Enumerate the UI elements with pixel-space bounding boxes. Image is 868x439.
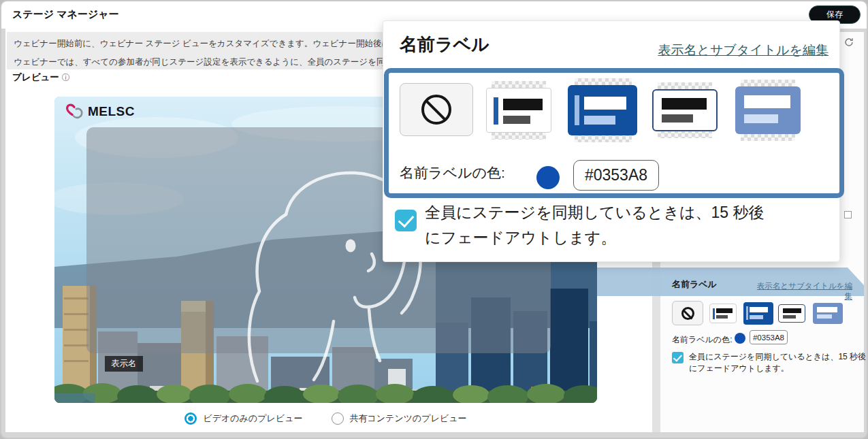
panel-color-swatch[interactable] bbox=[735, 333, 745, 344]
popup-edit-display-name-link[interactable]: 表示名とサブタイトルを編集 bbox=[577, 42, 829, 59]
popup-label-style-light-bar[interactable] bbox=[486, 88, 551, 133]
brand-logo: MELSC bbox=[65, 103, 135, 120]
prohibit-circle-icon bbox=[421, 95, 451, 125]
panel-label-style-translucent[interactable] bbox=[813, 303, 843, 324]
radio-selected-icon[interactable] bbox=[184, 412, 197, 425]
panel-name-label-heading: 名前ラベル bbox=[672, 278, 717, 291]
melsc-heart-icon bbox=[65, 103, 84, 120]
radio-unselected-icon[interactable] bbox=[332, 412, 344, 425]
stage-manager-window: ステージ マネージャー 保存 ウェビナー開始前に、ウェビナー ステージ ビューを… bbox=[0, 0, 868, 439]
panel-sync-text: 全員にステージを同期しているときは、15 秒後 にフェードアウトします。 bbox=[689, 351, 866, 374]
popup-color-label: 名前ラベルの色: bbox=[400, 163, 505, 182]
popup-label-style-blue-bar[interactable] bbox=[568, 85, 637, 135]
popup-label-style-light-plain[interactable] bbox=[652, 89, 718, 131]
preview-section-label: プレビューⓘ bbox=[12, 71, 70, 84]
refresh-icon[interactable] bbox=[843, 37, 854, 50]
panel-edit-display-name-link[interactable]: 表示名とサブタイトルを編集 bbox=[750, 281, 852, 302]
radio-shared-content[interactable]: 共有コンテンツのプレビュー bbox=[332, 412, 467, 425]
panel-label-style-light-bar[interactable] bbox=[709, 304, 737, 323]
info-icon[interactable]: ⓘ bbox=[62, 73, 70, 82]
radio-video-only[interactable]: ビデオのみのプレビュー bbox=[184, 412, 302, 425]
prohibit-circle-icon bbox=[681, 307, 694, 320]
preview-mode-radios: ビデオのみのプレビュー 共有コンテンツのプレビュー bbox=[54, 412, 597, 425]
panel-label-style-light-plain[interactable] bbox=[778, 304, 805, 323]
popup-color-swatch[interactable] bbox=[536, 166, 560, 189]
page-title: ステージ マネージャー bbox=[12, 8, 119, 21]
panel-color-label: 名前ラベルの色: bbox=[672, 334, 732, 346]
panel-color-hex-input[interactable] bbox=[750, 330, 788, 344]
panel-label-style-blue-bar[interactable] bbox=[743, 302, 773, 325]
popup-sync-text: 全員にステージを同期しているときは、15 秒後 にフェードアウトします。 bbox=[425, 200, 764, 250]
popup-color-hex-input[interactable] bbox=[573, 160, 659, 191]
popup-sync-checkbox[interactable] bbox=[395, 210, 417, 231]
brand-name: MELSC bbox=[88, 104, 135, 119]
popup-name-label-heading: 名前ラベル bbox=[400, 33, 489, 56]
panel-sync-checkbox[interactable] bbox=[672, 352, 684, 363]
popup-label-style-none[interactable] bbox=[400, 83, 473, 136]
resize-handle[interactable] bbox=[844, 211, 852, 218]
popup-label-style-translucent[interactable] bbox=[735, 86, 801, 134]
display-name-tag: 表示名 bbox=[105, 356, 143, 372]
panel-label-style-none[interactable] bbox=[672, 301, 703, 325]
